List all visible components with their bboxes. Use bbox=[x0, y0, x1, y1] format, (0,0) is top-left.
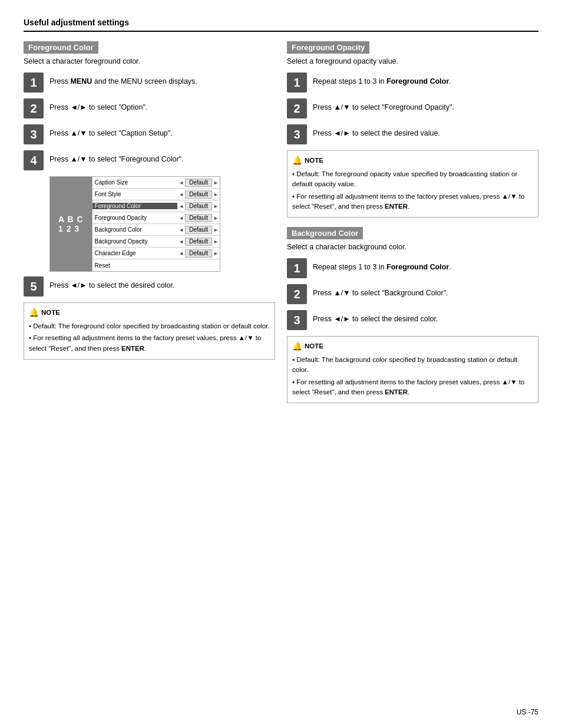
foreground-opacity-section: Foreground Opacity Select a foreground o… bbox=[287, 41, 538, 218]
arrow-left: ◄ bbox=[177, 215, 185, 221]
arrow-right: ► bbox=[212, 180, 220, 186]
foreground-color-note: 🔔 NOTE Default: The foreground color spe… bbox=[24, 302, 275, 360]
bc-step-3-row: 3 Press ◄/► to select the desired color. bbox=[287, 310, 538, 330]
menu-row-label: Reset bbox=[92, 262, 220, 269]
page-number: US -75 bbox=[517, 708, 538, 716]
bc-step-2-num: 2 bbox=[287, 284, 307, 304]
step-4-row: 4 Press ▲/▼ to select "Foreground Color"… bbox=[24, 150, 275, 170]
arrow-left: ◄ bbox=[177, 180, 185, 186]
menu-row-value: Default bbox=[185, 214, 212, 222]
menu-row-label: Font Style bbox=[92, 191, 178, 197]
arrow-right: ► bbox=[212, 203, 220, 209]
step-2-row: 2 Press ◄/► to select "Option". bbox=[24, 98, 275, 118]
step-3-row: 3 Press ▲/▼ to select "Caption Setup". bbox=[24, 124, 275, 144]
foreground-color-header: Foreground Color bbox=[24, 41, 98, 54]
fo-step-2-num: 2 bbox=[287, 98, 307, 118]
step-5-num: 5 bbox=[24, 276, 44, 297]
menu-row-background-opacity: Background Opacity ◄ Default ► bbox=[92, 236, 220, 248]
foreground-color-desc: Select a character foreground color. bbox=[24, 57, 275, 65]
arrow-left: ◄ bbox=[177, 227, 185, 233]
menu-row-value: Default bbox=[185, 249, 212, 258]
bc-step-1-num: 1 bbox=[287, 258, 307, 278]
fo-step-3-text: Press ◄/► to select the desired value. bbox=[313, 124, 440, 139]
page-title: Useful adjustment settings bbox=[24, 18, 538, 27]
step-1-text: Press MENU and the MENU screen displays. bbox=[49, 73, 197, 87]
step-4-text: Press ▲/▼ to select "Foreground Color". bbox=[49, 150, 183, 165]
menu-row-label: Character Edge bbox=[92, 250, 178, 256]
arrow-left: ◄ bbox=[177, 251, 185, 256]
foreground-opacity-note: 🔔 NOTE Default: The foreground opacity v… bbox=[287, 150, 538, 218]
step-5-text: Press ◄/► to select the desired color. bbox=[49, 276, 174, 291]
menu-row-label: Foreground Opacity bbox=[92, 215, 178, 221]
arrow-right: ► bbox=[212, 215, 220, 221]
menu-row-value: Default bbox=[185, 238, 212, 246]
menu-row-reset: Reset bbox=[92, 259, 220, 271]
arrow-right: ► bbox=[212, 251, 220, 256]
menu-row-value: Default bbox=[185, 179, 212, 187]
background-color-section: Background Color Select a character back… bbox=[287, 227, 538, 403]
menu-row-caption-size: Caption Size ◄ Default ► bbox=[92, 177, 220, 189]
arrow-left: ◄ bbox=[177, 239, 185, 245]
step-3-text: Press ▲/▼ to select "Caption Setup". bbox=[49, 124, 173, 139]
background-color-note: 🔔 NOTE Default: The background color spe… bbox=[287, 336, 538, 403]
foreground-color-section: Foreground Color Select a character fore… bbox=[24, 41, 275, 360]
menu-row-foreground-opacity: Foreground Opacity ◄ Default ► bbox=[92, 212, 220, 224]
menu-diagram: A B C1 2 3 Caption Size ◄ Default ► Font… bbox=[49, 176, 220, 272]
right-column: Foreground Opacity Select a foreground o… bbox=[287, 41, 538, 409]
main-content: Foreground Color Select a character fore… bbox=[24, 41, 538, 409]
step-3-num: 3 bbox=[24, 124, 44, 144]
foreground-opacity-desc: Select a foreground opacity value. bbox=[287, 57, 538, 65]
fo-step-2-row: 2 Press ▲/▼ to select "Foreground Opacit… bbox=[287, 98, 538, 118]
note-list: Default: The foreground opacity value sp… bbox=[292, 169, 533, 212]
step-4-num: 4 bbox=[24, 150, 44, 170]
note-icon: 🔔 bbox=[292, 154, 302, 167]
menu-row-value: Default bbox=[185, 202, 212, 210]
arrow-left: ◄ bbox=[177, 192, 185, 197]
menu-row-label: Background Color bbox=[92, 226, 178, 233]
bc-step-1-row: 1 Repeat steps 1 to 3 in Foreground Colo… bbox=[287, 258, 538, 278]
fo-step-1-row: 1 Repeat steps 1 to 3 in Foreground Colo… bbox=[287, 73, 538, 93]
note-item-1: Default: The background color specified … bbox=[292, 355, 533, 375]
menu-preview-text: A B C1 2 3 bbox=[58, 215, 84, 233]
menu-row-background-color: Background Color ◄ Default ► bbox=[92, 224, 220, 236]
menu-table: Caption Size ◄ Default ► Font Style ◄ De… bbox=[92, 177, 220, 271]
arrow-right: ► bbox=[212, 227, 220, 233]
note-item-2: For resetting all adjustment items to th… bbox=[292, 192, 533, 212]
fo-step-1-num: 1 bbox=[287, 73, 307, 93]
note-item-1: Default: The foreground opacity value sp… bbox=[292, 169, 533, 190]
note-header: 🔔 NOTE bbox=[29, 307, 270, 319]
note-item-2: For resetting all adjustment items to th… bbox=[29, 333, 270, 354]
step-2-text: Press ◄/► to select "Option". bbox=[49, 98, 147, 113]
fo-step-3-num: 3 bbox=[287, 124, 307, 144]
note-header: 🔔 NOTE bbox=[292, 340, 533, 353]
note-icon: 🔔 bbox=[29, 307, 39, 319]
bc-step-1-text: Repeat steps 1 to 3 in Foreground Color. bbox=[313, 258, 451, 273]
menu-row-character-edge: Character Edge ◄ Default ► bbox=[92, 248, 220, 259]
bc-step-2-text: Press ▲/▼ to select "Background Color". bbox=[313, 284, 448, 299]
menu-row-label: Foreground Color bbox=[92, 203, 178, 209]
note-item-1: Default: The foreground color specified … bbox=[29, 321, 270, 331]
menu-row-value: Default bbox=[185, 190, 212, 199]
top-divider bbox=[24, 31, 538, 32]
menu-preview: A B C1 2 3 bbox=[50, 177, 92, 271]
note-icon: 🔔 bbox=[292, 340, 302, 353]
step-5-row: 5 Press ◄/► to select the desired color. bbox=[24, 276, 275, 297]
left-column: Foreground Color Select a character fore… bbox=[24, 41, 275, 409]
fo-step-3-row: 3 Press ◄/► to select the desired value. bbox=[287, 124, 538, 144]
menu-row-foreground-color: Foreground Color ◄ Default ► bbox=[92, 200, 220, 212]
menu-row-font-style: Font Style ◄ Default ► bbox=[92, 189, 220, 200]
arrow-left: ◄ bbox=[177, 203, 185, 209]
bc-step-3-text: Press ◄/► to select the desired color. bbox=[313, 310, 438, 325]
step-2-num: 2 bbox=[24, 98, 44, 118]
arrow-right: ► bbox=[212, 192, 220, 197]
bc-step-3-num: 3 bbox=[287, 310, 307, 330]
note-list: Default: The background color specified … bbox=[292, 355, 533, 397]
step-1-num: 1 bbox=[24, 73, 44, 93]
note-list: Default: The foreground color specified … bbox=[29, 321, 270, 354]
note-label: NOTE bbox=[305, 156, 323, 166]
foreground-opacity-header: Foreground Opacity bbox=[287, 41, 369, 54]
note-label: NOTE bbox=[41, 308, 60, 318]
note-label: NOTE bbox=[305, 341, 323, 351]
note-item-2: For resetting all adjustment items to th… bbox=[292, 377, 533, 398]
arrow-right: ► bbox=[212, 239, 220, 245]
